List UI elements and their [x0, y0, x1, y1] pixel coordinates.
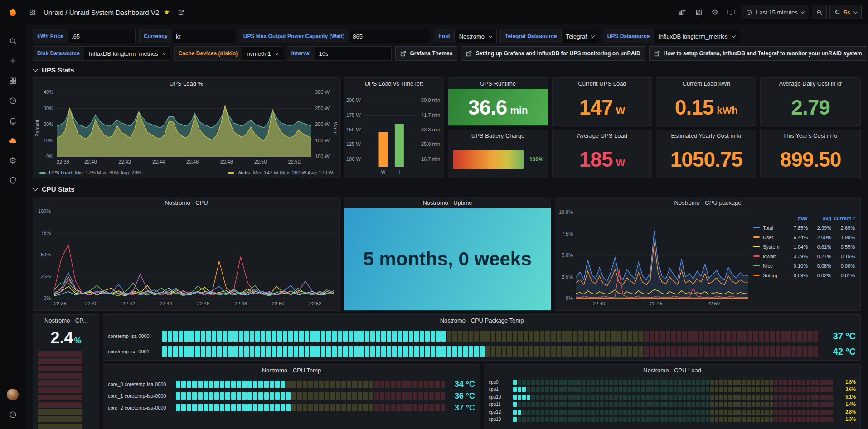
led-gauge-track: [162, 331, 819, 342]
stat-value: 2.4: [50, 328, 73, 347]
ups-stats-grid: UPS Load % 0%10%20%30%40%100 W150 W200 W…: [33, 77, 861, 178]
legend-item-system[interactable]: System1.04%0.61%0.55%: [753, 242, 855, 251]
legend-item-nice[interactable]: Nice0.10%0.08%0.08%: [753, 261, 855, 270]
telegraf-datasource-select[interactable]: Telegraf: [561, 29, 599, 43]
share-icon[interactable]: [175, 5, 188, 19]
cycle-view-button[interactable]: [724, 5, 738, 19]
legend-item-watts[interactable]: WattsMin: 147 W Max: 260 W Avg: 170 W: [228, 170, 333, 175]
legend-item-total[interactable]: Total7.85%2.99%2.69%: [753, 223, 855, 232]
dashboard-settings-button[interactable]: ⚙: [708, 5, 722, 19]
cpu-bottom-row: Nostromo - CP... 2.4 % Nostromo - CPU Pa…: [33, 314, 861, 429]
panel-title[interactable]: Nostromo - CPU: [33, 197, 339, 208]
chart-svg: [33, 208, 339, 310]
section-cpu-stats[interactable]: CPU Stats: [34, 185, 861, 193]
save-dashboard-button[interactable]: [692, 5, 705, 19]
sidebar-item-search[interactable]: [0, 31, 25, 51]
panel-title[interactable]: Average Daily Cost in kr: [761, 78, 860, 89]
cache-devices-select[interactable]: nvme0n1: [242, 46, 283, 61]
sidebar-item-cloud-active[interactable]: [0, 130, 25, 150]
panel-title[interactable]: UPS Battery Charge: [448, 130, 548, 141]
kwh-price-input[interactable]: [68, 29, 136, 43]
interval-input[interactable]: [315, 46, 392, 61]
x-tick: 22:50: [254, 159, 267, 165]
ups-max-capacity-input[interactable]: [349, 29, 430, 43]
legend-item-softirq[interactable]: Softirq0.09%0.02%0.01%: [753, 270, 855, 280]
grafana-logo-icon[interactable]: [0, 6, 25, 18]
sidebar-item-dashboards[interactable]: [0, 71, 25, 91]
y-tick-right: 150 W: [315, 138, 330, 144]
panel-title[interactable]: Nostromo - CPU package: [555, 197, 860, 208]
x-tick: 22:38: [54, 301, 67, 307]
legend-header-avg[interactable]: avg: [808, 216, 831, 221]
panel-title[interactable]: This Year's Cost in kr: [761, 130, 860, 141]
led-gauge-label: coretemp-isa-0000: [108, 333, 158, 339]
var-label: Telegraf Datasource: [500, 29, 561, 43]
add-panel-button[interactable]: [675, 5, 689, 19]
refresh-interval-label[interactable]: 5s: [844, 9, 850, 16]
time-range-picker[interactable]: Last 15 minutes: [741, 5, 809, 19]
ups-load-vs-time-chart[interactable]: 100 W16.7 min125 W25.0 min150 W33.3 min1…: [344, 89, 444, 178]
sidebar-item-create[interactable]: [0, 51, 25, 71]
link-ups-monitoring-guide[interactable]: Setting up Grafana and InfluxDB for UPS …: [461, 46, 645, 61]
ups-runtime-stat: 36.6 min: [448, 89, 548, 125]
panel-title[interactable]: Current Load kWh: [656, 78, 756, 89]
panel-title[interactable]: UPS Load %: [33, 78, 339, 89]
zoom-out-button[interactable]: [812, 5, 827, 19]
panel-ups-load: UPS Load % 0%10%20%30%40%100 W150 W200 W…: [33, 77, 340, 178]
panel-title[interactable]: Nostromo - Uptime: [344, 197, 551, 208]
link-grafana-themes[interactable]: Grafana Themes: [395, 46, 457, 61]
chevron-down-icon: [162, 51, 165, 54]
favorite-star-icon[interactable]: ★: [164, 8, 170, 16]
dashboard-title[interactable]: Unraid / Unraid System Dashboard V2: [44, 9, 159, 16]
dashboard-grid-icon[interactable]: [25, 5, 39, 19]
panel-title[interactable]: UPS Load vs Time left: [344, 78, 444, 89]
legend-item-iowait[interactable]: iowait3.39%0.27%0.15%: [753, 251, 855, 261]
sidebar-item-explore[interactable]: [0, 91, 25, 111]
panel-title[interactable]: Current UPS Load: [553, 78, 652, 89]
legend-header-current[interactable]: current: [831, 216, 855, 221]
legend-header-max[interactable]: max: [784, 216, 808, 221]
legend-item-user[interactable]: User6.44%2.00%1.90%: [753, 232, 855, 242]
legend-series-name: Watts: [238, 170, 250, 175]
cpu-bottom-right: Nostromo - CPU Package Temp coretemp-isa…: [103, 314, 861, 429]
chevron-down-icon: [801, 10, 805, 13]
panel-title[interactable]: Average UPS Load: [553, 130, 652, 141]
section-ups-stats[interactable]: UPS Stats: [34, 66, 861, 74]
var-cache-devices: Cache Devices (diskio) nvme0n1: [174, 46, 283, 61]
y-tick-left: 5.0%: [562, 252, 573, 258]
panel-average-daily-cost: Average Daily Cost in kr 2.79: [760, 77, 861, 126]
y-tick-right: 33.3 min: [421, 127, 440, 133]
battery-gauge-body: 100%: [448, 141, 548, 178]
currency-input[interactable]: [172, 29, 235, 43]
panel-title[interactable]: Nostromo - CPU Load: [484, 365, 860, 376]
x-tick: 22:48: [220, 159, 233, 165]
sidebar-item-profile[interactable]: [0, 385, 25, 405]
sidebar-item-alerting[interactable]: [0, 111, 25, 130]
panel-title[interactable]: UPS Runtime: [448, 78, 548, 89]
panel-nostromo-uptime: Nostromo - Uptime 5 months, 0 weeks: [344, 197, 551, 311]
sidebar-item-configuration[interactable]: ⚙: [0, 150, 25, 170]
nostromo-cpu-chart[interactable]: 0%25%50%75%100%22:3822:4022:4222:4422:46…: [33, 208, 339, 310]
legend-avg-value: 0.27%: [808, 254, 831, 259]
var-disk-datasource: Disk Datasource InfluxDB longterm_metric…: [33, 46, 170, 61]
legend-color-dash: [39, 172, 46, 174]
cpu-package-chart[interactable]: 0%2.5%5.0%7.5%10.0%22:4022:4522:50: [555, 208, 752, 310]
ups-load-chart[interactable]: 0%10%20%30%40%100 W150 W200 W250 W300 W2…: [33, 89, 339, 168]
refresh-button[interactable]: ↻ 5s: [829, 5, 862, 19]
panel-nostromo-cpu: Nostromo - CPU 0%25%50%75%100%22:3822:40…: [33, 197, 340, 311]
ups-datasource-select[interactable]: InfluxDB longterm_metrics: [654, 29, 740, 43]
legend-item-ups-load[interactable]: UPS LoadMin: 17% Max: 30% Avg: 20%: [39, 170, 141, 175]
stat-unit: min: [510, 105, 528, 116]
link-telegraf-setup-guide[interactable]: How to setup Grafana, InfluxDB and Teleg…: [649, 46, 867, 61]
panel-title[interactable]: Estimated Yearly Cost in kr: [656, 130, 756, 141]
disk-datasource-select[interactable]: InfluxDB longterm_metrics: [84, 46, 170, 61]
panel-title[interactable]: Nostromo - CPU Package Temp: [103, 315, 860, 326]
sidebar-item-server-admin[interactable]: [0, 170, 25, 190]
panel-title[interactable]: Nostromo - CP...: [33, 315, 99, 326]
led-gauge-row: cpu131.3%: [489, 416, 856, 424]
led-cell: [38, 358, 82, 364]
host-select[interactable]: Nostromo: [454, 29, 497, 43]
sidebar-item-help[interactable]: ?: [0, 405, 25, 424]
panel-title[interactable]: Nostromo - CPU Temp: [103, 365, 480, 376]
cpu-load-gauges: cpu01.8%cpu13.6%cpu105.1%cpu111.4%cpu122…: [484, 376, 860, 423]
